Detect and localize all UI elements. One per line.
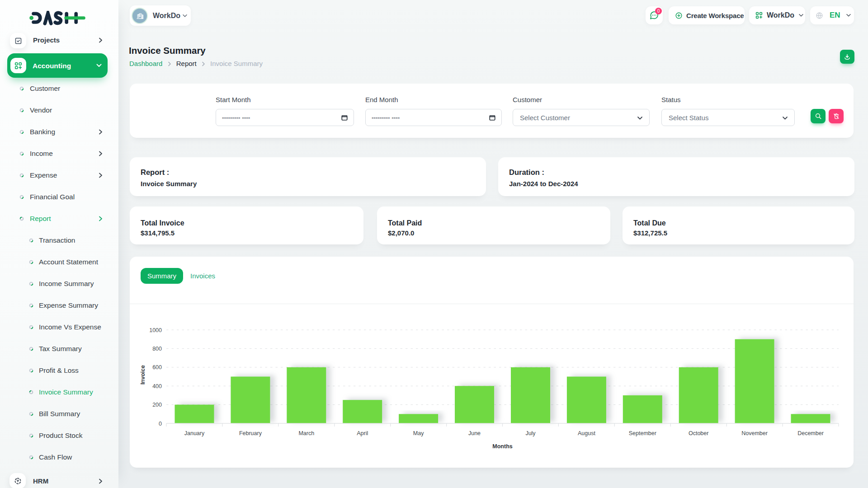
svg-text:800: 800 <box>152 346 162 352</box>
svg-text:June: June <box>468 430 481 436</box>
svg-text:400: 400 <box>152 383 162 389</box>
svg-text:January: January <box>184 430 205 436</box>
svg-text:October: October <box>689 430 708 436</box>
svg-text:December: December <box>797 430 824 436</box>
svg-text:November: November <box>741 430 768 436</box>
svg-text:April: April <box>357 430 368 436</box>
svg-text:July: July <box>525 430 536 436</box>
svg-text:September: September <box>629 430 656 436</box>
svg-text:March: March <box>298 430 314 436</box>
svg-text:0: 0 <box>159 421 162 427</box>
svg-text:200: 200 <box>152 402 162 408</box>
svg-text:February: February <box>239 430 262 436</box>
svg-text:August: August <box>578 430 595 436</box>
svg-text:May: May <box>413 430 424 436</box>
svg-text:600: 600 <box>152 364 162 371</box>
svg-text:Months: Months <box>492 443 512 450</box>
svg-text:1000: 1000 <box>149 327 162 333</box>
svg-text:Invoice: Invoice <box>140 365 146 385</box>
